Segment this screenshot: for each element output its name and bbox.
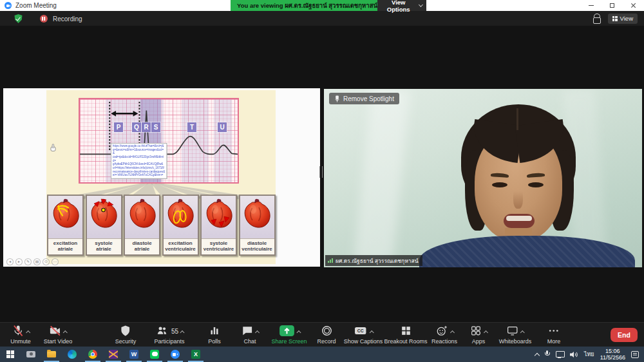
chevron-up-icon[interactable] [296, 330, 301, 334]
share-screen-button[interactable]: Share Screen [271, 325, 307, 345]
taskbar-line-button[interactable] [144, 347, 165, 362]
unmute-button[interactable]: Unmute [10, 325, 31, 345]
chevron-up-icon[interactable] [484, 330, 488, 334]
apps-button[interactable]: Apps [469, 325, 488, 345]
nose [513, 187, 523, 209]
heart-illustration [126, 197, 158, 232]
show-captions-icon: CC [353, 325, 368, 339]
swap-view-icon[interactable] [591, 14, 601, 24]
record-icon [320, 325, 333, 339]
line-app-icon [150, 350, 159, 359]
taskbar-reader-button[interactable] [103, 347, 124, 362]
polls-button[interactable]: Polls [208, 325, 221, 345]
minimize-button[interactable] [580, 0, 601, 11]
more-button[interactable]: More [547, 325, 561, 345]
security-label: Security [115, 338, 137, 345]
view-options-button[interactable]: View Options [377, 0, 426, 11]
heart-phase-row: excitationatriale systoleatriale diastol… [47, 195, 276, 256]
chevron-up-icon[interactable] [255, 330, 260, 334]
url-tooltip: https://www.google.co.th/url?sa=i&rct=j&… [111, 143, 167, 179]
taskbar-zoom-button[interactable] [165, 347, 185, 362]
show-all-slides-button[interactable]: ▤ [33, 258, 41, 265]
teeth [506, 216, 532, 221]
encryption-shield-icon[interactable] [14, 14, 23, 23]
spotlight-video-panel: Remove Spotlight ผศ.ดร.ณัฐธยาน์ สุวรรณเด… [324, 89, 642, 267]
chevron-up-icon[interactable] [520, 330, 525, 334]
end-meeting-button[interactable]: End [611, 328, 638, 342]
reactions-button[interactable]: Reactions [431, 325, 457, 345]
word-icon: W [129, 350, 138, 359]
close-button[interactable] [623, 0, 644, 11]
record-button[interactable]: Record [317, 325, 336, 345]
apps-icon [469, 325, 482, 339]
show-captions-label: Show Captions [344, 338, 383, 345]
show-captions-button[interactable]: CCShow Captions [344, 325, 383, 345]
maximize-button[interactable] [601, 0, 623, 11]
zoom-logo-icon [5, 2, 12, 9]
zoom-tool-button[interactable]: ⊙ [43, 258, 50, 265]
chrome-icon [88, 350, 97, 359]
pin-icon [334, 95, 340, 102]
view-button[interactable]: View [608, 14, 638, 24]
keyboard-language-indicator[interactable]: ไทย [584, 350, 594, 359]
next-slide-button[interactable]: ▸ [15, 258, 23, 265]
heart-phase-excitation-atriale: excitationatriale [47, 195, 84, 256]
taskbar-word-button[interactable]: W [124, 347, 144, 362]
remove-spotlight-label: Remove Spotlight [343, 95, 394, 102]
start-video-button[interactable]: Start Video [44, 325, 72, 345]
more-icon [547, 325, 560, 339]
url-tooltip-line: https://www.google.co.th/url?sa=i&rct=j& [113, 144, 165, 148]
breakout-rooms-button[interactable]: Breakout Rooms [384, 325, 427, 345]
taskbar-chrome-button[interactable] [82, 347, 103, 362]
more-label: More [547, 338, 561, 345]
share-screen-label: Share Screen [271, 338, 307, 345]
ecg-letter-q: Q [132, 122, 141, 132]
heart-phase-label: diastoleventriculaire [240, 238, 274, 254]
url-tooltip-line: ei=-VA6UouTLNHPrOeh7oC4Cg&bvm= [113, 174, 165, 178]
pen-tool-button[interactable]: ✎ [24, 258, 32, 265]
tray-display-icon[interactable] [556, 351, 564, 358]
ecg-letter-r: R [142, 122, 151, 132]
chevron-up-icon[interactable] [180, 330, 184, 334]
url-tooltip-line: q=&esrc=s&frm=1&source=images&cd=& [113, 148, 165, 155]
chat-button[interactable]: Chat [241, 325, 259, 345]
tray-volume-icon[interactable] [570, 351, 578, 358]
background-streak [354, 89, 411, 267]
zoom-app-icon [171, 350, 180, 359]
chevron-up-icon[interactable] [26, 330, 30, 334]
taskbar-camera-button[interactable] [21, 347, 41, 362]
action-center-icon[interactable] [631, 351, 639, 358]
meeting-toolbar: UnmuteStart VideoSecurity55ParticipantsP… [0, 322, 644, 347]
remove-spotlight-button[interactable]: Remove Spotlight [329, 93, 399, 104]
taskbar-excel-button[interactable]: X [185, 347, 206, 362]
whiteboards-button[interactable]: Whiteboards [499, 325, 532, 345]
prev-slide-button[interactable]: ◂ [6, 258, 14, 265]
reactions-label: Reactions [431, 338, 457, 345]
shared-screen-panel: PQRSTU https://www.google.co.th/url?sa=i… [3, 88, 320, 267]
eye [492, 182, 507, 187]
security-button[interactable]: Security [115, 325, 137, 345]
chevron-up-icon[interactable] [63, 330, 68, 334]
taskbar-edge-button[interactable] [62, 347, 82, 362]
window-controls [580, 0, 644, 11]
panel-resize-handle[interactable] [319, 166, 323, 178]
taskbar-start-button[interactable] [0, 347, 21, 362]
recording-indicator-icon[interactable] [40, 15, 48, 23]
heart-phase-label: systoleventriculaire [202, 238, 236, 254]
participants-button[interactable]: 55Participants [154, 325, 184, 345]
start-video-label: Start Video [44, 338, 72, 345]
chevron-up-icon[interactable] [370, 330, 374, 334]
chevron-up-icon[interactable] [450, 330, 455, 334]
heart-phase-label: diastoleatriale [125, 238, 159, 254]
taskbar-file-explorer-button[interactable] [41, 347, 62, 362]
tray-microphone-icon[interactable] [545, 350, 550, 358]
ecg-letter-u: U [218, 122, 227, 132]
tray-overflow-icon[interactable] [535, 352, 540, 357]
heart-phase-label: excitationventriculaire [164, 238, 198, 254]
heart-illustration [241, 197, 273, 232]
zoom-meeting-window: Zoom Meeting You are viewing ผศ.ดร.ณัฐธย… [0, 0, 644, 362]
slideshow-controls: ◂▸✎▤⊙⋯ [6, 258, 59, 265]
clock-time: 15:06 [600, 348, 625, 354]
taskbar-clock[interactable]: 15:06 11/5/2566 [600, 348, 625, 361]
more-options-button[interactable]: ⋯ [52, 258, 59, 265]
